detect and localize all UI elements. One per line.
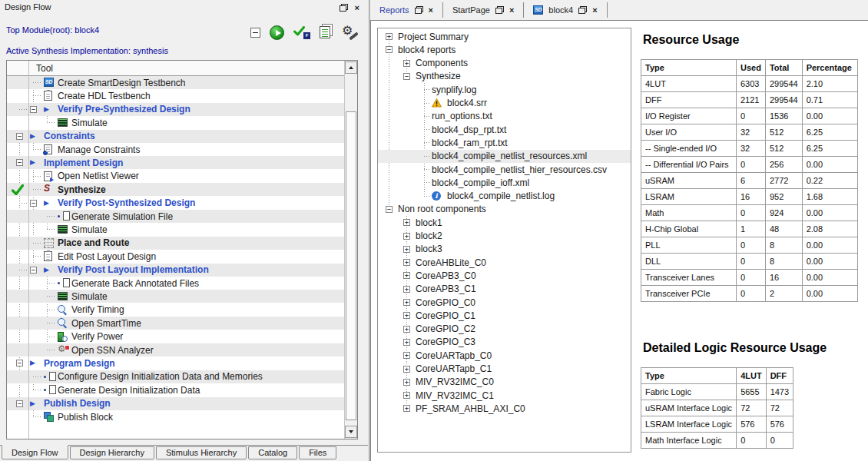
scroll-up-icon[interactable]	[345, 61, 357, 74]
reports-tree-item[interactable]: +Project Summary	[378, 30, 631, 43]
close-tab-icon[interactable]: ×	[592, 6, 597, 14]
expand-plus-icon[interactable]: +	[403, 219, 410, 226]
expand-plus-icon[interactable]: +	[403, 259, 410, 266]
flow-row[interactable]: Verify Power	[7, 330, 344, 343]
expand-plus-icon[interactable]: +	[403, 366, 410, 373]
expand-plus-icon[interactable]: +	[403, 312, 410, 319]
report-icon[interactable]	[320, 26, 330, 38]
scroll-down-icon[interactable]	[345, 426, 357, 438]
doc-tab-startpage[interactable]: StartPage×	[443, 1, 523, 19]
flow-row[interactable]: Simulate	[7, 116, 344, 129]
reports-tree-item[interactable]: block4_ram_rpt.txt	[378, 136, 631, 149]
reports-tree-item[interactable]: +CoreAHBLite_C0	[378, 256, 631, 269]
reports-tree-item[interactable]: +CoreGPIO_C2	[378, 323, 631, 336]
expand-minus-icon[interactable]: −	[30, 267, 37, 274]
expand-minus-icon[interactable]: −	[16, 400, 23, 407]
expand-minus-icon[interactable]: −	[30, 106, 37, 113]
reports-tree-item[interactable]: +CoreAPB3_C0	[378, 269, 631, 282]
expand-minus-icon[interactable]: −	[386, 46, 393, 53]
flow-row[interactable]: −▶Implement Design	[7, 156, 344, 169]
reports-tree-item[interactable]: +MIV_RV32IMC_C1	[378, 389, 631, 402]
tab-catalog[interactable]: Catalog	[248, 446, 297, 459]
expand-minus-icon[interactable]: −	[16, 159, 23, 166]
reports-tree-item[interactable]: +CoreGPIO_C3	[378, 336, 631, 349]
doc-tab-reports[interactable]: Reports×	[370, 1, 442, 19]
expand-minus-icon[interactable]: −	[16, 133, 23, 140]
reports-tree-item[interactable]: block4.srr	[378, 97, 631, 110]
expand-plus-icon[interactable]: +	[403, 299, 410, 306]
flow-row[interactable]: Generate Design Initialization Data	[7, 383, 344, 396]
flow-row[interactable]: −▶Program Design	[7, 357, 344, 370]
doc-tab-block4[interactable]: SDblock4×	[524, 1, 606, 19]
expand-minus-icon[interactable]: −	[403, 73, 410, 80]
expand-plus-icon[interactable]: +	[403, 326, 410, 333]
reports-tree-item[interactable]: −Non root components	[378, 203, 631, 216]
flow-row[interactable]: Place and Route	[7, 237, 344, 250]
float-tab-icon[interactable]	[415, 6, 423, 14]
flow-row[interactable]: Edit Post Layout Design	[7, 250, 344, 263]
expand-plus-icon[interactable]: +	[403, 392, 410, 399]
flow-row[interactable]: −▶Publish Design	[7, 397, 344, 410]
reports-tree-item[interactable]: block4_compile_netlist_hier_resources.cs…	[378, 163, 631, 176]
collapse-all-icon[interactable]	[250, 28, 260, 38]
reports-tree-item[interactable]: +CoreUARTapb_C1	[378, 363, 631, 376]
reports-tree-item[interactable]: block4_dsp_rpt.txt	[378, 123, 631, 136]
expand-plus-icon[interactable]: +	[403, 379, 410, 386]
expand-plus-icon[interactable]: +	[403, 352, 410, 359]
expand-plus-icon[interactable]: +	[403, 286, 410, 293]
tab-stimulus-hierarchy[interactable]: Stimulus Hierarchy	[156, 446, 247, 459]
float-tab-icon[interactable]	[495, 6, 504, 14]
flow-row[interactable]: Open SmartTime	[7, 317, 344, 330]
flow-row[interactable]: Publish Block	[7, 410, 344, 423]
reports-tree-item[interactable]: +block1	[378, 216, 631, 229]
expand-plus-icon[interactable]: +	[403, 339, 410, 346]
flow-row[interactable]: SSynthesize	[7, 183, 344, 196]
expand-plus-icon[interactable]: +	[403, 405, 410, 412]
expand-minus-icon[interactable]: −	[30, 200, 37, 207]
close-tab-icon[interactable]: ×	[509, 6, 514, 14]
expand-plus-icon[interactable]: +	[403, 233, 410, 240]
expand-plus-icon[interactable]: +	[386, 33, 393, 40]
expand-minus-icon[interactable]: −	[386, 206, 393, 213]
reports-tree-item[interactable]: block4_compile_netlist_resources.xml	[378, 150, 631, 163]
flow-row[interactable]: −▶Constraints	[7, 130, 344, 143]
flow-row[interactable]: Verify Timing	[7, 303, 344, 317]
reports-tree-item[interactable]: +PF_SRAM_AHBL_AXI_C0	[378, 402, 631, 415]
tab-files[interactable]: Files	[299, 446, 336, 459]
reports-tree-item[interactable]: +block3	[378, 243, 631, 256]
reports-tree-item[interactable]: +CoreGPIO_C0	[378, 296, 631, 309]
flow-row[interactable]: Simulate	[7, 223, 344, 236]
flow-row[interactable]: Manage Constraints	[7, 143, 344, 156]
reports-tree-item[interactable]: −Synthesize	[378, 70, 631, 83]
reports-tree-item[interactable]: +Components	[378, 57, 631, 70]
reports-tree-item[interactable]: +MIV_RV32IMC_C0	[378, 376, 631, 389]
flow-row[interactable]: Open Netlist Viewer	[7, 170, 344, 183]
reports-tree-item[interactable]: run_options.txt	[378, 110, 631, 123]
expand-plus-icon[interactable]: +	[403, 60, 410, 67]
verify-simulate-icon[interactable]: F	[293, 25, 310, 39]
reports-tree-item[interactable]: +CoreUARTapb_C0	[378, 349, 631, 362]
reports-tree-item[interactable]: iblock4_compile_netlist.log	[378, 190, 631, 203]
expand-minus-icon[interactable]: −	[16, 360, 23, 366]
float-tab-icon[interactable]	[578, 6, 587, 14]
float-panel-icon[interactable]	[340, 4, 348, 12]
expand-plus-icon[interactable]: +	[403, 246, 410, 253]
flow-row[interactable]: −▶Verify Pre-Synthesized Design	[7, 103, 344, 116]
tab-design-flow[interactable]: Design Flow	[2, 445, 68, 459]
flow-row[interactable]: −▶Verify Post-Synthesized Design	[7, 197, 344, 210]
flow-row[interactable]: Generate Back Annotated Files	[7, 277, 344, 290]
reports-tree-item[interactable]: synplify.log	[378, 83, 631, 96]
reports-tree-item[interactable]: −block4 reports	[378, 43, 631, 56]
flow-row[interactable]: Generate Simulation File	[7, 210, 344, 223]
flow-row[interactable]: −▶Verify Post Layout Implementation	[7, 264, 344, 277]
run-icon[interactable]	[270, 25, 284, 40]
reports-tree-item[interactable]: block4_compile_ioff.xml	[378, 176, 631, 189]
expand-plus-icon[interactable]: +	[403, 272, 410, 279]
flow-row[interactable]: Configure Design Initialization Data and…	[7, 370, 344, 383]
flow-row[interactable]: Simulate	[7, 290, 344, 303]
reports-tree-item[interactable]: +CoreGPIO_C1	[378, 309, 631, 322]
close-panel-icon[interactable]: ×	[355, 4, 359, 12]
settings-icon[interactable]	[342, 25, 359, 40]
close-tab-icon[interactable]: ×	[429, 6, 433, 14]
flow-row[interactable]: Open SSN Analyzer	[7, 343, 344, 357]
